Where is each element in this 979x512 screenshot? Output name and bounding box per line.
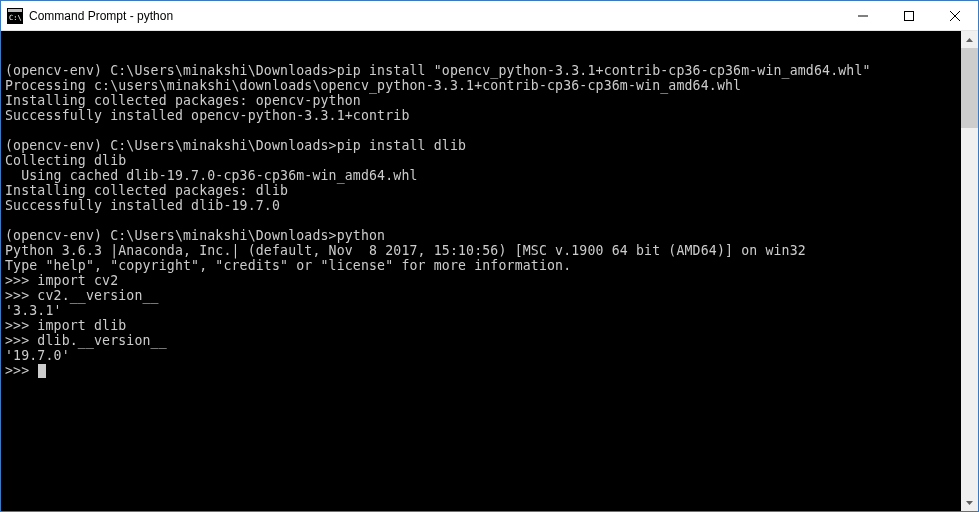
vertical-scrollbar[interactable] (961, 31, 978, 511)
cmd-icon: C:\ (7, 8, 23, 24)
terminal-line: Installing collected packages: opencv-py… (5, 93, 957, 108)
terminal-line: Using cached dlib-19.7.0-cp36-cp36m-win_… (5, 168, 957, 183)
terminal-line: >>> cv2.__version__ (5, 288, 957, 303)
window-controls (840, 1, 978, 30)
terminal-area: (opencv-env) C:\Users\minakshi\Downloads… (1, 31, 978, 511)
terminal-line: Installing collected packages: dlib (5, 183, 957, 198)
titlebar[interactable]: C:\ Command Prompt - python (1, 1, 978, 31)
close-button[interactable] (932, 1, 978, 30)
terminal-output[interactable]: (opencv-env) C:\Users\minakshi\Downloads… (1, 31, 961, 511)
terminal-line: Successfully installed dlib-19.7.0 (5, 198, 957, 213)
terminal-line: (opencv-env) C:\Users\minakshi\Downloads… (5, 63, 957, 78)
svg-rect-4 (905, 11, 914, 20)
terminal-line: >>> dlib.__version__ (5, 333, 957, 348)
svg-marker-8 (966, 501, 973, 505)
terminal-line: (opencv-env) C:\Users\minakshi\Downloads… (5, 138, 957, 153)
scrollbar-thumb[interactable] (961, 48, 978, 128)
svg-rect-1 (8, 9, 22, 12)
cursor (38, 364, 46, 378)
scroll-down-button[interactable] (961, 494, 978, 511)
terminal-line: Python 3.6.3 |Anaconda, Inc.| (default, … (5, 243, 957, 258)
window-title: Command Prompt - python (29, 9, 840, 23)
terminal-line: Processing c:\users\minakshi\downloads\o… (5, 78, 957, 93)
command-prompt-window: C:\ Command Prompt - python (opencv-env)… (0, 0, 979, 512)
terminal-line: '3.3.1' (5, 303, 957, 318)
terminal-prompt: >>> (5, 363, 37, 378)
maximize-button[interactable] (886, 1, 932, 30)
terminal-line: >>> import cv2 (5, 273, 957, 288)
terminal-line: (opencv-env) C:\Users\minakshi\Downloads… (5, 228, 957, 243)
terminal-line: >>> import dlib (5, 318, 957, 333)
svg-marker-7 (966, 38, 973, 42)
terminal-line: '19.7.0' (5, 348, 957, 363)
terminal-line: Collecting dlib (5, 153, 957, 168)
minimize-button[interactable] (840, 1, 886, 30)
svg-text:C:\: C:\ (9, 14, 22, 22)
terminal-line: Type "help", "copyright", "credits" or "… (5, 258, 957, 273)
terminal-line: Successfully installed opencv-python-3.3… (5, 108, 957, 123)
scrollbar-track[interactable] (961, 48, 978, 494)
scroll-up-button[interactable] (961, 31, 978, 48)
